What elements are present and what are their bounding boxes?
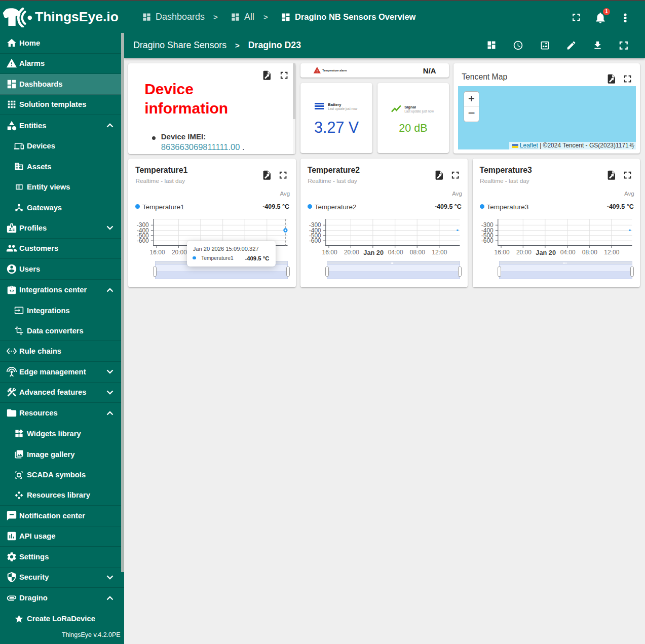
svg-text:-600: -600 [481,237,494,244]
svg-text:-600: -600 [309,237,321,244]
svg-text:12:00: 12:00 [432,249,447,256]
svg-text:Jan 20: Jan 20 [363,248,384,256]
svg-text:04:00: 04:00 [560,249,576,256]
svg-text:16:00: 16:00 [150,249,165,256]
svg-text:16:00: 16:00 [322,249,337,256]
svg-text:12:00: 12:00 [604,249,619,256]
svg-text:16:00: 16:00 [495,249,510,256]
svg-text:20:00: 20:00 [344,249,359,256]
svg-text:20:00: 20:00 [172,249,187,256]
svg-text:Jan 20: Jan 20 [536,248,556,256]
svg-text:08:00: 08:00 [410,249,425,256]
svg-text:20:00: 20:00 [516,249,532,256]
svg-text:04:00: 04:00 [388,249,403,256]
svg-text:-600: -600 [137,237,149,244]
svg-text:08:00: 08:00 [582,249,597,256]
